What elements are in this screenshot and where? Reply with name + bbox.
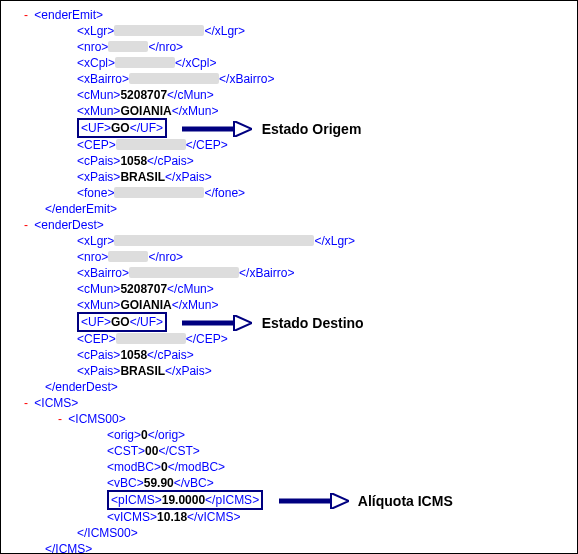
- collapse-toggle[interactable]: -: [21, 217, 31, 233]
- xml-content: - <enderEmit> <xLgr></xLgr> <nro></nro> …: [1, 1, 577, 554]
- tag-UF: UF: [88, 315, 104, 329]
- redacted-value: [129, 73, 219, 84]
- value-orig: 0: [141, 428, 148, 442]
- tag-cPais: cPais: [84, 154, 113, 168]
- value-vICMS: 10.18: [157, 510, 187, 524]
- arrow-icon: [182, 121, 252, 137]
- value-xMun: GOIANIA: [120, 298, 171, 312]
- value-cPais: 1058: [120, 154, 147, 168]
- tag-ICMS-open: ICMS: [41, 396, 71, 410]
- tag-vICMS: vICMS: [114, 510, 150, 524]
- value-pICMS: 19.0000: [162, 493, 205, 507]
- arrow-icon: [182, 315, 252, 331]
- tag-enderDest-open: enderDest: [41, 218, 96, 232]
- tag-enderDest-close: enderDest: [55, 380, 110, 394]
- tag-xPais: xPais: [84, 170, 113, 184]
- tag-nro: nro: [84, 40, 101, 54]
- tag-xCpl: xCpl: [84, 56, 108, 70]
- tag-UF: UF: [88, 121, 104, 135]
- value-xPais: BRASIL: [120, 364, 165, 378]
- tag-xMun: xMun: [84, 298, 113, 312]
- tag-vBC: vBC: [114, 476, 137, 490]
- tag-cMun: cMun: [84, 282, 113, 296]
- tag-xBairro: xBairro: [84, 266, 122, 280]
- annotation-estado-origem: Estado Origem: [262, 121, 362, 137]
- xml-viewer-frame: - <enderEmit> <xLgr></xLgr> <nro></nro> …: [0, 0, 578, 554]
- tag-xMun: xMun: [84, 104, 113, 118]
- value-cMun: 5208707: [120, 282, 167, 296]
- tag-CST: CST: [114, 444, 138, 458]
- tag-enderEmit-open: enderEmit: [41, 8, 96, 22]
- highlight-box-pICMS: <pICMS>19.0000</pICMS>: [107, 490, 263, 510]
- tag-pICMS: pICMS: [118, 493, 155, 507]
- highlight-box-uf-origem: <UF>GO</UF>: [77, 118, 167, 138]
- value-xMun: GOIANIA: [120, 104, 171, 118]
- value-cMun: 5208707: [120, 88, 167, 102]
- tag-fone: fone: [84, 186, 107, 200]
- tag-enderEmit-close: enderEmit: [55, 202, 110, 216]
- tag-xPais: xPais: [84, 364, 113, 378]
- tag-xLgr: xLgr: [84, 24, 107, 38]
- value-vBC: 59.90: [144, 476, 174, 490]
- tag-modBC: modBC: [114, 460, 154, 474]
- value-UF-origem: GO: [111, 121, 130, 135]
- redacted-value: [114, 25, 204, 36]
- redacted-value: [129, 267, 239, 278]
- value-xPais: BRASIL: [120, 170, 165, 184]
- tag-xBairro: xBairro: [84, 72, 122, 86]
- redacted-value: [116, 333, 186, 344]
- tag-ICMS00-close: ICMS00: [87, 526, 130, 540]
- value-modBC: 0: [161, 460, 168, 474]
- redacted-value: [114, 187, 204, 198]
- tag-cMun: cMun: [84, 88, 113, 102]
- svg-marker-1: [234, 121, 252, 137]
- value-UF-destino: GO: [111, 315, 130, 329]
- annotation-aliquota-icms: Alíquota ICMS: [358, 493, 453, 509]
- collapse-toggle[interactable]: -: [21, 395, 31, 411]
- tag-CEP: CEP: [84, 332, 109, 346]
- redacted-value: [108, 41, 148, 52]
- tag-CEP: CEP: [84, 138, 109, 152]
- tag-cPais: cPais: [84, 348, 113, 362]
- svg-marker-3: [234, 315, 252, 331]
- redacted-value: [116, 139, 186, 150]
- tag-ICMS-close: ICMS: [55, 542, 85, 554]
- tag-ICMS00-open: ICMS00: [75, 412, 118, 426]
- tag-orig: orig: [114, 428, 134, 442]
- redacted-value: [115, 57, 175, 68]
- highlight-box-uf-destino: <UF>GO</UF>: [77, 312, 167, 332]
- annotation-estado-destino: Estado Destino: [262, 315, 364, 331]
- tag-xLgr: xLgr: [84, 234, 107, 248]
- redacted-value: [114, 235, 314, 246]
- redacted-value: [108, 251, 148, 262]
- svg-marker-5: [331, 493, 349, 509]
- arrow-icon: [279, 493, 349, 509]
- value-CST: 00: [145, 444, 158, 458]
- tag-nro: nro: [84, 250, 101, 264]
- value-cPais: 1058: [120, 348, 147, 362]
- collapse-toggle[interactable]: -: [21, 7, 31, 23]
- collapse-toggle[interactable]: -: [55, 411, 65, 427]
